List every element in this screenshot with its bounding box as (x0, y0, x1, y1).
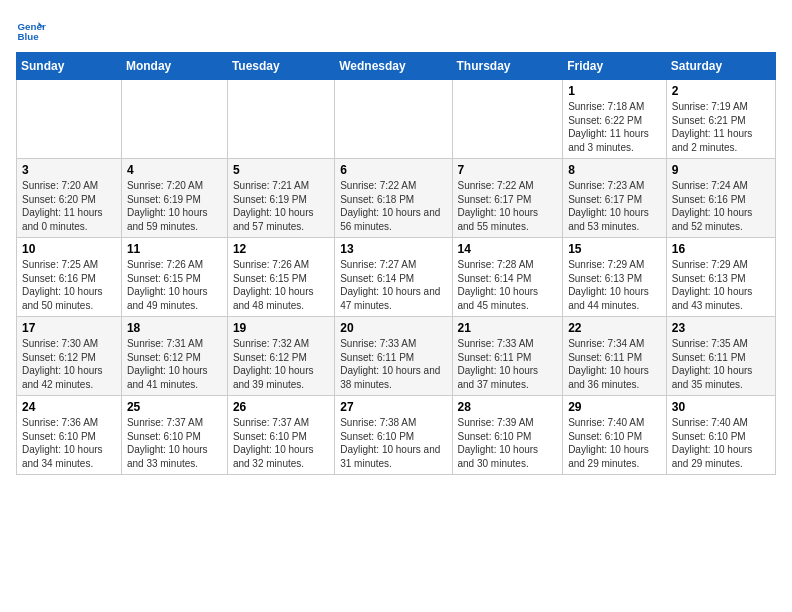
day-info: Sunrise: 7:33 AMSunset: 6:11 PMDaylight:… (458, 337, 558, 391)
day-cell: 10Sunrise: 7:25 AMSunset: 6:16 PMDayligh… (17, 238, 122, 317)
week-row-3: 10Sunrise: 7:25 AMSunset: 6:16 PMDayligh… (17, 238, 776, 317)
day-cell: 3Sunrise: 7:20 AMSunset: 6:20 PMDaylight… (17, 159, 122, 238)
day-info: Sunrise: 7:31 AMSunset: 6:12 PMDaylight:… (127, 337, 222, 391)
day-cell: 25Sunrise: 7:37 AMSunset: 6:10 PMDayligh… (121, 396, 227, 475)
day-number: 4 (127, 163, 222, 177)
day-number: 18 (127, 321, 222, 335)
week-row-1: 1Sunrise: 7:18 AMSunset: 6:22 PMDaylight… (17, 80, 776, 159)
day-number: 22 (568, 321, 661, 335)
day-info: Sunrise: 7:20 AMSunset: 6:19 PMDaylight:… (127, 179, 222, 233)
day-number: 21 (458, 321, 558, 335)
day-cell: 30Sunrise: 7:40 AMSunset: 6:10 PMDayligh… (666, 396, 775, 475)
day-info: Sunrise: 7:19 AMSunset: 6:21 PMDaylight:… (672, 100, 770, 154)
day-number: 14 (458, 242, 558, 256)
day-info: Sunrise: 7:38 AMSunset: 6:10 PMDaylight:… (340, 416, 446, 470)
day-cell: 20Sunrise: 7:33 AMSunset: 6:11 PMDayligh… (335, 317, 452, 396)
svg-text:Blue: Blue (18, 31, 40, 42)
day-number: 6 (340, 163, 446, 177)
day-cell: 23Sunrise: 7:35 AMSunset: 6:11 PMDayligh… (666, 317, 775, 396)
day-cell: 21Sunrise: 7:33 AMSunset: 6:11 PMDayligh… (452, 317, 563, 396)
day-cell (335, 80, 452, 159)
day-info: Sunrise: 7:18 AMSunset: 6:22 PMDaylight:… (568, 100, 661, 154)
day-number: 30 (672, 400, 770, 414)
day-cell: 6Sunrise: 7:22 AMSunset: 6:18 PMDaylight… (335, 159, 452, 238)
calendar-table: SundayMondayTuesdayWednesdayThursdayFrid… (16, 52, 776, 475)
day-info: Sunrise: 7:33 AMSunset: 6:11 PMDaylight:… (340, 337, 446, 391)
day-cell: 24Sunrise: 7:36 AMSunset: 6:10 PMDayligh… (17, 396, 122, 475)
day-cell: 14Sunrise: 7:28 AMSunset: 6:14 PMDayligh… (452, 238, 563, 317)
day-number: 3 (22, 163, 116, 177)
day-cell: 19Sunrise: 7:32 AMSunset: 6:12 PMDayligh… (227, 317, 334, 396)
day-cell (121, 80, 227, 159)
day-cell: 2Sunrise: 7:19 AMSunset: 6:21 PMDaylight… (666, 80, 775, 159)
day-info: Sunrise: 7:37 AMSunset: 6:10 PMDaylight:… (233, 416, 329, 470)
day-cell: 8Sunrise: 7:23 AMSunset: 6:17 PMDaylight… (563, 159, 667, 238)
weekday-sunday: Sunday (17, 53, 122, 80)
day-info: Sunrise: 7:23 AMSunset: 6:17 PMDaylight:… (568, 179, 661, 233)
day-number: 29 (568, 400, 661, 414)
day-number: 16 (672, 242, 770, 256)
day-cell (17, 80, 122, 159)
day-cell: 12Sunrise: 7:26 AMSunset: 6:15 PMDayligh… (227, 238, 334, 317)
day-number: 13 (340, 242, 446, 256)
page-header: General Blue (16, 16, 776, 46)
day-info: Sunrise: 7:25 AMSunset: 6:16 PMDaylight:… (22, 258, 116, 312)
day-number: 2 (672, 84, 770, 98)
day-cell: 26Sunrise: 7:37 AMSunset: 6:10 PMDayligh… (227, 396, 334, 475)
day-number: 10 (22, 242, 116, 256)
day-cell (452, 80, 563, 159)
day-cell: 11Sunrise: 7:26 AMSunset: 6:15 PMDayligh… (121, 238, 227, 317)
day-cell: 15Sunrise: 7:29 AMSunset: 6:13 PMDayligh… (563, 238, 667, 317)
day-number: 11 (127, 242, 222, 256)
day-number: 23 (672, 321, 770, 335)
day-info: Sunrise: 7:26 AMSunset: 6:15 PMDaylight:… (127, 258, 222, 312)
logo-icon: General Blue (16, 16, 46, 46)
day-number: 17 (22, 321, 116, 335)
day-info: Sunrise: 7:35 AMSunset: 6:11 PMDaylight:… (672, 337, 770, 391)
day-number: 15 (568, 242, 661, 256)
logo: General Blue (16, 16, 46, 46)
week-row-2: 3Sunrise: 7:20 AMSunset: 6:20 PMDaylight… (17, 159, 776, 238)
day-cell: 4Sunrise: 7:20 AMSunset: 6:19 PMDaylight… (121, 159, 227, 238)
calendar-body: 1Sunrise: 7:18 AMSunset: 6:22 PMDaylight… (17, 80, 776, 475)
day-cell: 7Sunrise: 7:22 AMSunset: 6:17 PMDaylight… (452, 159, 563, 238)
day-number: 19 (233, 321, 329, 335)
day-cell: 27Sunrise: 7:38 AMSunset: 6:10 PMDayligh… (335, 396, 452, 475)
day-cell: 9Sunrise: 7:24 AMSunset: 6:16 PMDaylight… (666, 159, 775, 238)
day-info: Sunrise: 7:30 AMSunset: 6:12 PMDaylight:… (22, 337, 116, 391)
day-cell: 17Sunrise: 7:30 AMSunset: 6:12 PMDayligh… (17, 317, 122, 396)
day-info: Sunrise: 7:22 AMSunset: 6:18 PMDaylight:… (340, 179, 446, 233)
day-cell: 28Sunrise: 7:39 AMSunset: 6:10 PMDayligh… (452, 396, 563, 475)
day-info: Sunrise: 7:37 AMSunset: 6:10 PMDaylight:… (127, 416, 222, 470)
week-row-5: 24Sunrise: 7:36 AMSunset: 6:10 PMDayligh… (17, 396, 776, 475)
weekday-header-row: SundayMondayTuesdayWednesdayThursdayFrid… (17, 53, 776, 80)
day-info: Sunrise: 7:21 AMSunset: 6:19 PMDaylight:… (233, 179, 329, 233)
day-info: Sunrise: 7:36 AMSunset: 6:10 PMDaylight:… (22, 416, 116, 470)
day-cell: 22Sunrise: 7:34 AMSunset: 6:11 PMDayligh… (563, 317, 667, 396)
weekday-friday: Friday (563, 53, 667, 80)
day-number: 7 (458, 163, 558, 177)
weekday-tuesday: Tuesday (227, 53, 334, 80)
week-row-4: 17Sunrise: 7:30 AMSunset: 6:12 PMDayligh… (17, 317, 776, 396)
weekday-wednesday: Wednesday (335, 53, 452, 80)
day-number: 20 (340, 321, 446, 335)
day-info: Sunrise: 7:39 AMSunset: 6:10 PMDaylight:… (458, 416, 558, 470)
day-info: Sunrise: 7:34 AMSunset: 6:11 PMDaylight:… (568, 337, 661, 391)
day-number: 8 (568, 163, 661, 177)
day-info: Sunrise: 7:40 AMSunset: 6:10 PMDaylight:… (568, 416, 661, 470)
weekday-monday: Monday (121, 53, 227, 80)
day-number: 1 (568, 84, 661, 98)
day-number: 27 (340, 400, 446, 414)
day-number: 28 (458, 400, 558, 414)
day-info: Sunrise: 7:22 AMSunset: 6:17 PMDaylight:… (458, 179, 558, 233)
day-info: Sunrise: 7:24 AMSunset: 6:16 PMDaylight:… (672, 179, 770, 233)
day-number: 12 (233, 242, 329, 256)
day-info: Sunrise: 7:29 AMSunset: 6:13 PMDaylight:… (568, 258, 661, 312)
day-cell: 16Sunrise: 7:29 AMSunset: 6:13 PMDayligh… (666, 238, 775, 317)
day-info: Sunrise: 7:40 AMSunset: 6:10 PMDaylight:… (672, 416, 770, 470)
day-info: Sunrise: 7:29 AMSunset: 6:13 PMDaylight:… (672, 258, 770, 312)
day-number: 25 (127, 400, 222, 414)
day-cell: 1Sunrise: 7:18 AMSunset: 6:22 PMDaylight… (563, 80, 667, 159)
day-number: 26 (233, 400, 329, 414)
day-info: Sunrise: 7:20 AMSunset: 6:20 PMDaylight:… (22, 179, 116, 233)
